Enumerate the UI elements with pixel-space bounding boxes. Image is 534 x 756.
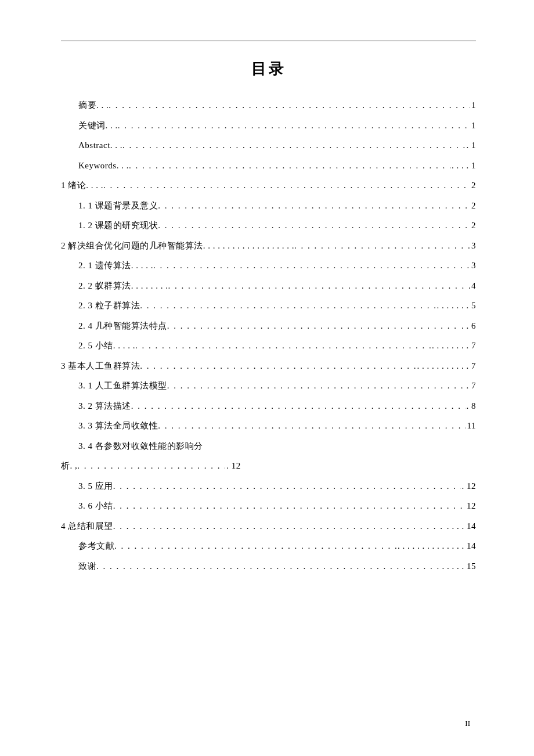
toc-entry-page: . . . . . . . . 7 — [431, 336, 476, 356]
toc-leader-dots: . . . . . . . . . . . . . . . . . . . . … — [158, 215, 470, 236]
toc-entry-page: . 12 — [461, 476, 477, 496]
toc-entry: 析. ,. . . . . . . . . . . . . . . . . . … — [61, 456, 476, 476]
toc-entry-label: 3. 4 各参数对收敛性能的影响分 — [78, 436, 203, 456]
toc-entry-page: 1 — [470, 116, 476, 136]
toc-entry: 1. 1 课题背景及意义. . . . . . . . . . . . . . … — [61, 196, 476, 216]
toc-entry-label: 1 绪论. . . . — [61, 175, 103, 196]
toc-entry: 2 解决组合优化问题的几种智能算法. . . . . . . . . . . .… — [61, 236, 476, 256]
toc-entry: 3 基本人工鱼群算法. . . . . . . . . . . . . . . … — [61, 356, 476, 376]
toc-entry-label: 4 总结和展望 — [61, 516, 113, 537]
toc-entry: 2. 1 遗传算法. . . . .. . . . . . . . . . . … — [61, 255, 476, 276]
toc-entry-label: 2. 1 遗传算法. . . . . — [78, 255, 153, 276]
toc-leader-dots: . . . . . . . . . . . . . . . . . . . . … — [129, 156, 450, 176]
toc-entry-label: 3. 1 人工鱼群算法模型 — [78, 376, 167, 396]
toc-entry-label: 参考文献 — [78, 536, 114, 556]
toc-entry-page: 2 — [470, 175, 476, 196]
toc-entry-label: 3 基本人工鱼群算法 — [61, 356, 140, 376]
toc-leader-dots: . . . . . . . . . . . . . . . . . . . . … — [294, 236, 470, 256]
toc-entry-label: 1. 2 课题的研究现状 — [78, 215, 158, 236]
toc-entry-page: 2 — [470, 196, 476, 216]
toc-entry: 摘要. . .. . . . . . . . . . . . . . . . .… — [61, 95, 476, 116]
toc-entry: 1 绪论. . . .. . . . . . . . . . . . . . .… — [61, 175, 476, 196]
toc-entry: 2. 4 几种智能算法特点. . . . . . . . . . . . . .… — [61, 316, 476, 336]
document-page: 目录 摘要. . .. . . . . . . . . . . . . . . … — [0, 0, 534, 599]
toc-leader-dots: . . . . . . . . . . . . . . . . . . . . … — [113, 496, 466, 516]
toc-entry-label: 摘要. . . — [78, 95, 109, 116]
toc-title: 目录 — [61, 59, 476, 79]
toc-entry-page: . . . 14 — [451, 516, 477, 537]
toc-entry-page: 1 — [470, 95, 476, 116]
toc-entry-page: 12 — [466, 496, 476, 516]
toc-entry-page: . . . . . . . . . . . . . . 14 — [396, 536, 476, 556]
toc-entry-label: 2. 3 粒子群算法 — [78, 296, 140, 316]
toc-entry: 参考文献. . . . . . . . . . . . . . . . . . … — [61, 536, 476, 556]
toc-leader-dots: . . . . . . . . . . . . . . . . . . . . … — [77, 456, 225, 476]
toc-entry-label: 析. , — [61, 456, 77, 476]
toc-entry-label: Abstract. . . — [78, 135, 122, 156]
toc-entry: 2. 2 蚁群算法. . . . . . . .. . . . . . . . … — [61, 276, 476, 296]
toc-entry: 致谢. . . . . . . . . . . . . . . . . . . … — [61, 556, 476, 577]
toc-entry-page: 2 — [470, 215, 476, 236]
toc-entry-page: 11 — [466, 416, 476, 436]
toc-leader-dots: . . . . . . . . . . . . . . . . . . . . … — [153, 255, 470, 276]
toc-leader-dots: . . . . . . . . . . . . . . . . . . . . … — [103, 175, 470, 196]
toc-entry-label: 致谢 — [78, 556, 96, 577]
toc-leader-dots: . . . . . . . . . . . . . . . . . . . . … — [167, 316, 460, 336]
toc-entry: 关键词. . .. . . . . . . . . . . . . . . . … — [61, 116, 476, 136]
toc-leader-dots: . . . . . . . . . . . . . . . . . . . . … — [109, 95, 470, 116]
toc-entry: 3. 4 各参数对收敛性能的影响分 — [61, 436, 476, 456]
toc-leader-dots: . . . . . . . . . . . . . . . . . . . . … — [113, 516, 451, 537]
toc-entry-page: . 8 — [466, 396, 477, 416]
table-of-contents: 摘要. . .. . . . . . . . . . . . . . . . .… — [61, 95, 476, 576]
toc-entry-label: 2. 2 蚁群算法. . . . . . . . — [78, 276, 168, 296]
toc-leader-dots: . . . . . . . . . . . . . . . . . . . . … — [122, 135, 465, 156]
toc-leader-dots: . . . . . . . . . . . . . . . . . . . . … — [114, 536, 396, 556]
toc-entry: 3. 6 小结. . . . . . . . . . . . . . . . .… — [61, 496, 476, 516]
toc-leader-dots: . . . . . . . . . . . . . . . . . . . . … — [167, 376, 466, 396]
toc-leader-dots: . . . . . . . . . . . . . . . . . . . . … — [158, 196, 470, 216]
toc-entry-label: 关键词. . . — [78, 116, 118, 136]
toc-leader-dots: . . . . . . . . . . . . . . . . . . . . … — [113, 476, 461, 496]
top-horizontal-rule — [61, 41, 476, 41]
toc-entry-page: . 1 — [466, 135, 477, 156]
toc-entry: 2. 3 粒子群算法. . . . . . . . . . . . . . . … — [61, 296, 476, 316]
toc-entry-page: . . . . . 15 — [441, 556, 477, 577]
toc-leader-dots: . . . . . . . . . . . . . . . . . . . . … — [140, 296, 435, 316]
toc-entry-page: . . 6 — [460, 316, 476, 336]
toc-entry-label: 2. 5 小结. . . . . — [78, 336, 135, 356]
toc-leader-dots: . . . . . . . . . . . . . . . . . . . . … — [140, 356, 416, 376]
toc-leader-dots: . . . . . . . . . . . . . . . . . . . . … — [96, 556, 441, 577]
toc-entry: 3. 1 人工鱼群算法模型. . . . . . . . . . . . . .… — [61, 376, 476, 396]
toc-entry-label: 1. 1 课题背景及意义 — [78, 196, 158, 216]
toc-entry-page: 3 — [470, 255, 476, 276]
toc-entry: 3. 3 算法全局收敛性. . . . . . . . . . . . . . … — [61, 416, 476, 436]
toc-entry-page: . 7 — [466, 376, 477, 396]
toc-entry: 2. 5 小结. . . . .. . . . . . . . . . . . … — [61, 336, 476, 356]
toc-entry: 3. 5 应用. . . . . . . . . . . . . . . . .… — [61, 476, 476, 496]
toc-entry-page: 4 — [470, 276, 476, 296]
toc-entry-page: . . . . . . . . . . . 7 — [416, 356, 477, 376]
toc-entry-label: 3. 2 算法描述 — [78, 396, 131, 416]
toc-leader-dots: . . . . . . . . . . . . . . . . . . . . … — [131, 396, 466, 416]
toc-entry-label: 2. 4 几种智能算法特点 — [78, 316, 167, 336]
toc-leader-dots: . . . . . . . . . . . . . . . . . . . . … — [158, 416, 466, 436]
toc-entry: 3. 2 算法描述. . . . . . . . . . . . . . . .… — [61, 396, 476, 416]
toc-entry-page: 3 — [470, 236, 476, 256]
toc-entry-page: . 12 — [225, 456, 241, 476]
toc-entry-label: 3. 5 应用 — [78, 476, 113, 496]
toc-leader-dots: . . . . . . . . . . . . . . . . . . . . … — [118, 116, 470, 136]
toc-entry: Abstract. . .. . . . . . . . . . . . . .… — [61, 135, 476, 156]
toc-leader-dots: . . . . . . . . . . . . . . . . . . . . … — [168, 276, 471, 296]
toc-entry: 4 总结和展望. . . . . . . . . . . . . . . . .… — [61, 516, 476, 537]
toc-entry-label: 2 解决组合优化问题的几种智能算法. . . . . . . . . . . .… — [61, 236, 294, 256]
toc-entry: Keywords. . .. . . . . . . . . . . . . .… — [61, 156, 476, 176]
toc-entry: 1. 2 课题的研究现状. . . . . . . . . . . . . . … — [61, 215, 476, 236]
toc-entry-label: 3. 6 小结 — [78, 496, 113, 516]
toc-leader-dots: . . . . . . . . . . . . . . . . . . . . … — [135, 336, 431, 356]
toc-entry-label: 3. 3 算法全局收敛性 — [78, 416, 158, 436]
toc-entry-page: . . . . . . . 5 — [436, 296, 477, 316]
toc-entry-label: Keywords. . . — [78, 156, 129, 176]
page-number: II — [465, 719, 470, 728]
toc-entry-page: . . . . 1 — [450, 156, 476, 176]
